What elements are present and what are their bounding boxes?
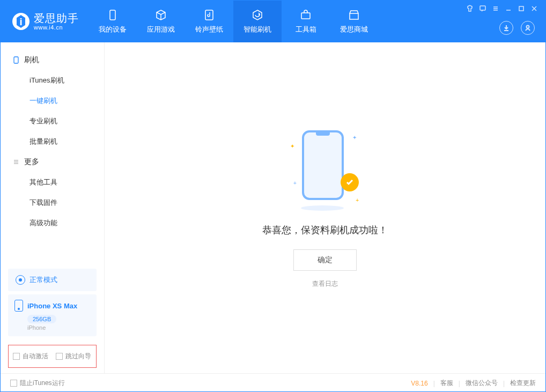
storage-badge: 256GB (27, 315, 56, 323)
user-icon[interactable] (521, 21, 535, 35)
svg-rect-5 (480, 6, 485, 10)
sidebar-item-batch-flash[interactable]: 批量刷机 (1, 131, 104, 152)
nav-ringtone-wallpaper[interactable]: 铃声壁纸 (185, 1, 233, 42)
skin-icon[interactable] (466, 5, 474, 12)
nav-label: 应用游戏 (147, 25, 175, 34)
device-type: iPhone (27, 324, 90, 331)
svg-text:i: i (19, 16, 22, 27)
nav-label: 我的设备 (99, 25, 127, 34)
checkbox-label: 自动激活 (23, 352, 48, 361)
version-label: V8.16 (411, 380, 427, 387)
svg-point-7 (527, 26, 529, 28)
nav-store[interactable]: 爱思商城 (330, 1, 378, 42)
nav-my-device[interactable]: 我的设备 (88, 1, 137, 42)
sidebar-item-itunes-flash[interactable]: iTunes刷机 (1, 70, 104, 91)
device-card[interactable]: iPhone XS Max 256GB iPhone (8, 294, 97, 336)
maximize-icon[interactable] (518, 5, 525, 12)
app-logo: i 爱思助手 www.i4.cn (1, 1, 88, 42)
refresh-icon (251, 9, 264, 21)
minimize-icon[interactable] (505, 5, 512, 12)
mode-card[interactable]: 正常模式 (8, 269, 97, 291)
mode-label: 正常模式 (29, 275, 57, 285)
sidebar-group-label: 更多 (24, 157, 39, 167)
checkbox-icon (10, 380, 17, 387)
nav-label: 铃声壁纸 (195, 25, 223, 34)
sidebar-item-advanced[interactable]: 高级功能 (1, 213, 104, 233)
nav-apps-games[interactable]: 应用游戏 (137, 1, 185, 42)
sidebar-item-other-tools[interactable]: 其他工具 (1, 172, 104, 193)
svg-rect-1 (110, 10, 115, 20)
svg-rect-8 (14, 57, 18, 63)
footer-link-wechat[interactable]: 微信公众号 (466, 379, 498, 388)
footer-link-support[interactable]: 客服 (440, 379, 453, 388)
highlighted-options: 自动激活 跳过向导 (8, 345, 97, 368)
header-actions (499, 21, 535, 35)
svg-rect-6 (519, 6, 523, 11)
success-message: 恭喜您，保资料刷机成功啦！ (262, 224, 388, 236)
checkbox-auto-activate[interactable]: 自动激活 (13, 352, 48, 361)
sidebar-group-more: 更多 (1, 152, 104, 172)
sidebar-group-flash: 刷机 (1, 50, 104, 70)
feedback-icon[interactable] (479, 5, 486, 12)
check-icon (341, 173, 359, 191)
checkbox-label: 阻止iTunes运行 (20, 379, 65, 388)
download-icon[interactable] (499, 21, 513, 35)
close-icon[interactable] (530, 5, 538, 12)
device-small-icon (12, 56, 20, 64)
checkbox-icon (56, 353, 63, 360)
sidebar-item-download-firmware[interactable]: 下载固件 (1, 193, 104, 213)
footer-link-update[interactable]: 检查更新 (510, 379, 536, 388)
cube-icon (154, 9, 167, 21)
ok-button[interactable]: 确定 (293, 249, 357, 271)
nav-label: 工具箱 (296, 25, 316, 34)
svg-rect-4 (350, 13, 358, 19)
app-url: www.i4.cn (34, 24, 79, 31)
sidebar-item-oneclick-flash[interactable]: 一键刷机 (1, 91, 104, 111)
device-icon (14, 300, 23, 312)
nav-label: 爱思商城 (340, 25, 368, 34)
nav-toolbox[interactable]: 工具箱 (282, 1, 330, 42)
main-content: ✦✦++ 恭喜您，保资料刷机成功啦！ 确定 查看日志 (105, 42, 545, 373)
menu-icon[interactable] (492, 5, 499, 12)
checkbox-skip-guide[interactable]: 跳过向导 (56, 352, 91, 361)
music-icon (203, 9, 216, 21)
success-illustration: ✦✦++ (290, 127, 360, 208)
list-icon (12, 158, 20, 166)
window-controls (466, 5, 538, 12)
checkbox-block-itunes[interactable]: 阻止iTunes运行 (10, 379, 65, 388)
store-icon (348, 9, 360, 21)
view-log-link[interactable]: 查看日志 (312, 279, 338, 289)
title-bar: i 爱思助手 www.i4.cn 我的设备 应用游戏 铃声壁纸 智能刷机 工具箱 (1, 1, 545, 42)
app-name: 爱思助手 (34, 12, 79, 24)
nav-label: 智能刷机 (244, 25, 271, 34)
main-nav: 我的设备 应用游戏 铃声壁纸 智能刷机 工具箱 爱思商城 (88, 1, 378, 42)
device-name: iPhone XS Max (27, 302, 77, 310)
mode-icon (16, 275, 25, 285)
svg-rect-2 (205, 10, 213, 20)
svg-rect-3 (301, 13, 310, 19)
status-bar: 阻止iTunes运行 V8.16 | 客服 | 微信公众号 | 检查更新 (1, 373, 545, 392)
checkbox-icon (13, 353, 20, 360)
logo-icon: i (12, 13, 29, 30)
phone-icon (106, 9, 119, 21)
toolbox-icon (299, 9, 312, 21)
nav-smart-flash[interactable]: 智能刷机 (233, 1, 282, 42)
checkbox-label: 跳过向导 (65, 352, 91, 361)
sidebar-group-label: 刷机 (24, 55, 39, 65)
sidebar-item-pro-flash[interactable]: 专业刷机 (1, 111, 104, 131)
sidebar: 刷机 iTunes刷机 一键刷机 专业刷机 批量刷机 更多 其他工具 下载固件 … (1, 42, 105, 373)
